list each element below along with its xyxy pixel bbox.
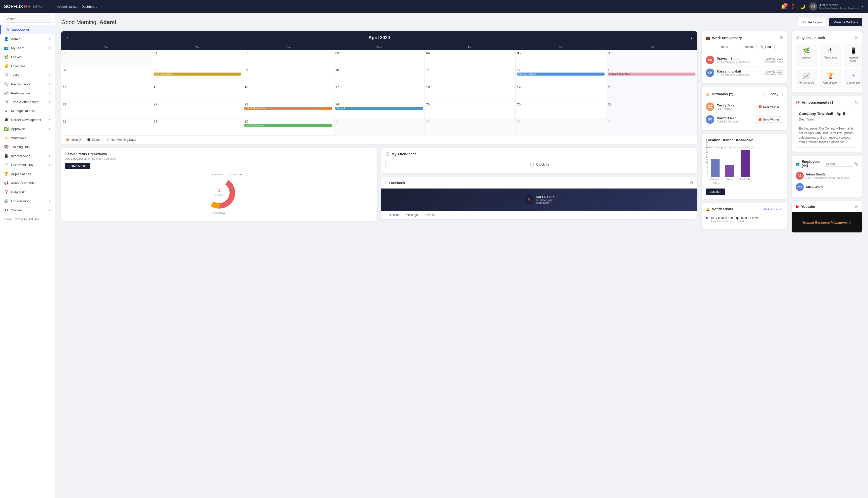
sidebar-item-leaves[interactable]: 🌿 Leaves [0,52,55,62]
calendar-event[interactable]: May Day (Internatio [244,124,332,127]
calendar-cell[interactable]: 25 [425,101,516,118]
sidebar-item-admin[interactable]: 👤 Admin ▼ [0,35,55,43]
calendar-cell[interactable]: 11 [425,67,516,84]
calendar-cell[interactable]: 05 [516,50,607,67]
fb-tab-events[interactable]: Events [423,211,438,219]
mark-all-read-button[interactable]: Mark all as read [764,208,783,211]
quick-launch-settings-icon[interactable]: ⚙ [854,35,858,40]
anniversary-settings-icon[interactable]: ⚙ [780,35,783,40]
sidebar-item-system[interactable]: ⚙ System ▼ [0,206,55,214]
sidebar-item-helpdesk[interactable]: ❓ Helpdesk [0,187,55,197]
calendar-cell[interactable]: 18 [425,84,516,101]
calendar-event[interactable]: Sinhala & Tamil New [608,73,696,76]
calendar-next-button[interactable]: › [690,35,692,41]
sidebar-item-recruitments[interactable]: 🔍 Recruitments ▼ [0,80,55,89]
quick-launch-item-performance[interactable]: 📈 Performance [796,69,817,88]
calendar-cell[interactable]: 27 [606,101,697,118]
years-input[interactable]: 1 [706,44,718,50]
leave-status-button[interactable]: Leave Status [65,163,90,169]
fb-tab-timeline[interactable]: Timeline [385,211,403,219]
calendar-cell[interactable]: 21 [61,101,152,118]
quick-launch-item-appreciation[interactable]: 🏆 Appreciation [820,69,841,88]
calendar-cell[interactable]: 10 [334,67,425,84]
sidebar-item-approvals[interactable]: ✅ Approvals ▼ [0,124,55,133]
fb-tab-messages[interactable]: Messages [403,211,423,219]
calendar-event[interactable]: Bak Full Moon Poya [244,107,332,110]
sidebar-item-time-attendance[interactable]: ⏱ Time & Attendance ▼ [0,97,55,106]
sidebar-item-career-development[interactable]: 🎓 Career Development ▼ [0,115,55,124]
calendar-cell[interactable]: 07 [61,67,152,84]
quick-launch-item-attendance[interactable]: ⏱ Attendance [820,44,841,66]
send-wishes-button[interactable]: 🎁 Send Wishes [755,104,783,110]
quick-launch-item-customize[interactable]: + Customize [844,69,863,88]
calendar-cell[interactable]: 23Bak Full Moon Poya [243,101,334,118]
calendar-cell[interactable]: 31 [61,50,152,67]
calendar-cell[interactable]: 30May Day (Internatio [243,118,334,135]
calendar-cell[interactable]: 29 [152,118,243,135]
quick-launch-item-internal-apps[interactable]: 📱 Internal Apps [844,44,863,66]
calendar-cell[interactable]: 13Sinhala & Tamil New [606,67,697,84]
quick-launch-item-leaves[interactable]: 🌿 Leaves [796,44,817,66]
sidebar-item-manage-rosters[interactable]: ≡ Manage Rosters [0,106,55,115]
calendar-cell[interactable]: 17 [334,84,425,101]
sidebar-item-performance[interactable]: 📈 Performance ▼ [0,89,55,97]
sidebar-item-announcements[interactable]: 📢 Announcements [0,179,55,187]
collapse-sidebar-button[interactable]: « [57,4,59,9]
sidebar-item-expenses[interactable]: 💰 Expenses [0,62,55,70]
calendar-cell[interactable]: 04 [425,50,516,67]
employee-search-icon[interactable]: 🔍 [854,162,858,166]
calendar-cell[interactable]: 03 [334,50,425,67]
months-input[interactable]: 0 [730,44,742,50]
location-button[interactable]: Location [706,188,725,195]
calendar-prev-button[interactable]: ‹ [66,35,68,41]
calendar-cell[interactable]: 04 [606,118,697,135]
sidebar-item-training-hub[interactable]: 📚 Training Hub [0,142,55,152]
calendar-cell[interactable]: 09 [243,67,334,84]
calendar-cell[interactable]: 20 [606,84,697,101]
calendar-cell[interactable]: 01 [334,118,425,135]
sidebar-item-organization[interactable]: 🏢 Organization ▼ [0,197,55,206]
help-button[interactable]: ❓ [790,4,796,9]
calendar-event[interactable]: Townhall [335,107,423,110]
sidebar-item-appreciations[interactable]: 🏆 Appreciations [0,169,55,179]
calendar-cell[interactable]: 24Townhall [334,101,425,118]
calendar-cell[interactable]: 28 [61,118,152,135]
sidebar-item-workflows[interactable]: ⚡ Workflows [0,133,55,142]
youtube-settings-icon[interactable]: ⚙ [854,204,858,209]
find-button[interactable]: 🔍 Find [756,44,775,50]
clock-in-button[interactable]: 🕐 Clock In [385,160,693,169]
search-input[interactable] [3,16,52,23]
manage-widgets-button[interactable]: Manage Widgets [829,18,862,26]
sidebar-item-my-team[interactable]: 👥 My Team ▼ [0,43,55,52]
calendar-cell[interactable]: 02 [425,118,516,135]
calendar-cell[interactable]: 03 [516,118,607,135]
calendar-cell[interactable]: 02 [243,50,334,67]
employees-search-input[interactable] [824,161,854,167]
calendar-event[interactable]: Day prior to Sinha [517,73,605,76]
facebook-settings-icon[interactable]: ⚙ [690,181,693,185]
calendar-cell[interactable]: 16 [243,84,334,101]
calendar-cell[interactable]: 14 [61,84,152,101]
calendar-cell[interactable]: 12Day prior to Sinha [516,67,607,84]
calendar-cell[interactable]: 15 [152,84,243,101]
sidebar-item-document-hub[interactable]: 📄 Document Hub ▼ [0,160,55,169]
calendar-cell[interactable]: 01 [152,50,243,67]
calendar-cell[interactable]: 19 [516,84,607,101]
breadcrumb-parent[interactable]: Administrator [59,5,79,9]
calendar-cell[interactable]: 06 [606,50,697,67]
sidebar-item-internal-apps[interactable]: 📱 Internal Apps ▼ [0,152,55,160]
calendar-cell[interactable]: 26 [516,101,607,118]
birthday-today-button[interactable]: Today [766,91,781,97]
user-menu-button[interactable]: AS Adam Smith Vice President of Human Re… [809,2,864,11]
sidebar-item-dashboard[interactable]: ⊞ Dashboard [0,25,55,35]
calendar-cell[interactable]: 08New Logo Update [152,67,243,84]
birthday-next-button[interactable]: › [782,92,783,96]
calendar-cell[interactable]: 22 [152,101,243,118]
birthday-prev-button[interactable]: ‹ [764,92,765,96]
notification-bell-button[interactable]: 🔔 4 [781,4,786,9]
send-wishes-button[interactable]: 🎁 Send Wishes [755,117,783,123]
update-layout-button[interactable]: Update Layout [797,18,827,26]
calendar-event[interactable]: New Logo Update [154,73,241,76]
theme-toggle-button[interactable]: 🌙 [800,4,805,9]
announcements-settings-icon[interactable]: ⚙ [854,100,858,105]
